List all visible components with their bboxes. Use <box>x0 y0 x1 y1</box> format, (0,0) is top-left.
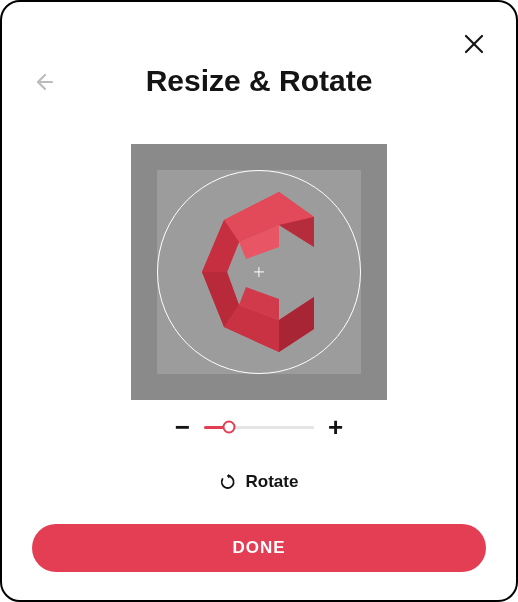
back-button[interactable] <box>30 68 58 96</box>
resize-rotate-modal: Resize & Rotate − <box>0 0 518 602</box>
preview-image <box>184 187 334 357</box>
rotate-label: Rotate <box>246 472 299 492</box>
zoom-out-button[interactable]: − <box>175 414 190 440</box>
rotate-icon <box>220 474 236 490</box>
rotate-button[interactable]: Rotate <box>220 472 299 492</box>
zoom-slider-thumb[interactable] <box>223 421 236 434</box>
close-icon <box>464 34 484 54</box>
arrow-left-icon <box>33 71 55 93</box>
zoom-in-button[interactable]: + <box>328 414 343 440</box>
page-title: Resize & Rotate <box>2 64 516 98</box>
modal-header: Resize & Rotate <box>2 2 516 108</box>
editor-area: − + Rotate <box>2 108 516 492</box>
done-button-label: DONE <box>232 538 285 558</box>
image-crop-canvas[interactable] <box>131 144 387 400</box>
zoom-slider-row: − + <box>175 414 343 440</box>
zoom-slider[interactable] <box>204 426 314 429</box>
close-button[interactable] <box>460 30 488 58</box>
svg-marker-8 <box>279 297 314 352</box>
done-button[interactable]: DONE <box>32 524 486 572</box>
